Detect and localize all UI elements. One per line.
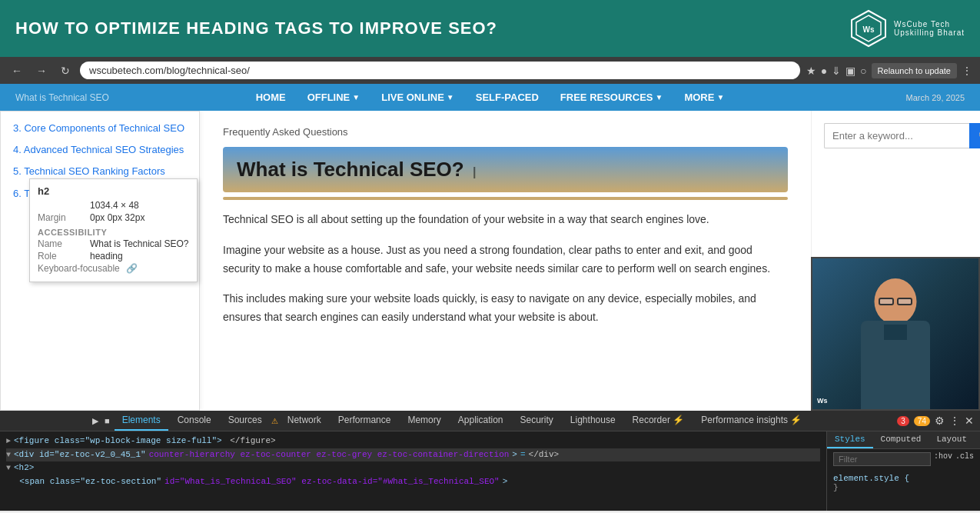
nav-self-paced[interactable]: SELF-PACED — [465, 84, 550, 111]
tooltip-role-label: Role — [38, 251, 84, 261]
styles-panel: Styles Computed Layout Even :hov .cls el… — [826, 431, 980, 511]
devtools-tab-security[interactable]: Security — [513, 411, 561, 431]
logo-text: WsCube Tech Upskilling Bharat — [894, 20, 965, 37]
article-para-2: Imagine your website as a house. Just as… — [223, 242, 788, 278]
article-heading: What is Technical SEO? | — [223, 147, 788, 192]
tooltip-size-label — [38, 200, 84, 211]
devtools-settings-icon[interactable]: ⚙ — [935, 415, 945, 427]
styles-tabs: Styles Computed Layout Even — [827, 431, 980, 449]
devtools-tabs: ▶ ■ Elements Console Sources ⚠ Network P… — [0, 411, 980, 431]
article-para-3: This includes making sure your website l… — [223, 290, 788, 327]
tooltip-margin-row: Margin 0px 0px 32px — [38, 212, 189, 223]
tooltip-name-value: What is Technical SEO? — [90, 238, 189, 249]
warning-badge: 74 — [914, 416, 930, 426]
dt-line-3: ▼ <h2> — [6, 461, 820, 475]
devtools-panel: ▶ ■ Elements Console Sources ⚠ Network P… — [0, 411, 980, 511]
dt-line-4: <span class="ez-toc-section" id="What_is… — [6, 475, 820, 489]
forward-button[interactable]: → — [32, 63, 51, 78]
browser-icons: ★ ● ⇓ ▣ ○ Relaunch to update ⋮ — [806, 63, 972, 78]
article-para-1: Technical SEO is all about setting up th… — [223, 211, 788, 229]
toc-sidebar: 3. Core Components of Technical SEO 4. A… — [0, 111, 200, 411]
toc-item-2[interactable]: 4. Advanced Technical SEO Strategies — [1, 139, 199, 161]
toc-item-1[interactable]: 3. Core Components of Technical SEO — [1, 118, 199, 139]
dt-line-2: ▼ <div id="ez-toc-v2_0_45_1" counter-hie… — [6, 448, 820, 462]
nav-free-resources[interactable]: FREE RESOURCES ▼ — [550, 84, 674, 111]
nav-left-text: What is Technical SEO — [15, 92, 109, 103]
nav-live-online[interactable]: LIVE ONLINE ▼ — [370, 84, 465, 111]
tooltip-name-label: Name — [38, 238, 84, 249]
devtools-tab-elements[interactable]: Elements — [115, 411, 168, 431]
video-thumbnail: Ws — [811, 257, 980, 411]
extensions-icon[interactable]: ● — [821, 65, 827, 77]
tooltip-margin-label: Margin — [38, 212, 84, 223]
nav-offline[interactable]: OFFLINE ▼ — [297, 84, 371, 111]
devtools-error-badges: 3 74 ⚙ ⋮ ✕ — [897, 415, 974, 427]
tooltip-keyboard-icon: 🔗 — [126, 263, 138, 274]
bookmark-icon[interactable]: ★ — [806, 65, 816, 77]
devtools-tab-memory[interactable]: Memory — [400, 411, 448, 431]
tooltip-tag: h2 — [38, 185, 189, 197]
devtools-elements-content: ► <figure class="wp-block-image size-ful… — [0, 431, 826, 511]
devtools-tab-recorder[interactable]: Recorder ⚡ — [625, 411, 693, 431]
tooltip-role-row: Role heading — [38, 251, 189, 261]
styles-cls[interactable]: .cls — [955, 452, 974, 471]
device-icon[interactable]: ▣ — [845, 65, 855, 77]
tooltip-keyboard-label: Keyboard-focusable — [38, 263, 120, 274]
tooltip-accessibility-section: ACCESSIBILITY — [38, 228, 189, 237]
cursor-indicator: | — [473, 165, 476, 178]
devtools-tab-lighthouse[interactable]: Lighthouse — [563, 411, 623, 431]
devtools-tab-console[interactable]: Console — [170, 411, 219, 431]
sidebar-search: 🔍 — [824, 123, 968, 148]
profile-icon[interactable]: ○ — [860, 65, 866, 77]
devtools-tab-perf-insights[interactable]: Performance insights ⚡ — [693, 411, 809, 431]
devtools-tab-network[interactable]: Network — [280, 411, 329, 431]
styles-hov[interactable]: :hov — [934, 452, 952, 471]
devtools-tab-sources[interactable]: Sources — [221, 411, 270, 431]
sidebar-search-input[interactable] — [824, 123, 969, 148]
refresh-button[interactable]: ↻ — [57, 63, 74, 78]
dt-line-1: ► <figure class="wp-block-image size-ful… — [6, 435, 820, 448]
heading-underline — [223, 197, 788, 200]
video-logo-text: Ws — [817, 397, 828, 405]
error-badge: 3 — [897, 416, 909, 426]
url-bar[interactable] — [80, 62, 800, 79]
download-icon[interactable]: ⇓ — [832, 65, 841, 77]
devtools-main: ► <figure class="wp-block-image size-ful… — [0, 431, 980, 511]
menu-icon[interactable]: ⋮ — [962, 65, 972, 77]
styles-tab-computed[interactable]: Computed — [873, 431, 929, 448]
devtools-tab-network-wrap: ⚠ Network — [271, 411, 329, 431]
tooltip-size-row: 1034.4 × 48 — [38, 200, 189, 211]
tooltip-size-value: 1034.4 × 48 — [90, 200, 139, 211]
styles-tab-layout[interactable]: Layout — [929, 431, 975, 448]
article-content: Frequently Asked Questions What is Techn… — [200, 111, 811, 411]
tooltip-role-value: heading — [90, 251, 123, 261]
banner-title: HOW TO OPTIMIZE HEADING TAGS TO IMPROVE … — [15, 18, 497, 38]
styles-tab-styles[interactable]: Styles — [827, 431, 873, 448]
styles-tab-event[interactable]: Even — [975, 431, 980, 448]
styles-filter-row: :hov .cls — [833, 452, 974, 471]
back-button[interactable]: ← — [8, 63, 26, 78]
devtools-tab-application[interactable]: Application — [450, 411, 511, 431]
logo-icon: Ws — [849, 9, 888, 48]
styles-filter-input[interactable] — [833, 452, 931, 466]
tooltip-keyboard-row: Keyboard-focusable 🔗 — [38, 263, 189, 274]
browser-bar: ← → ↻ ★ ● ⇓ ▣ ○ Relaunch to update ⋮ — [0, 57, 980, 84]
video-bg: Ws — [812, 258, 978, 409]
main-area: 3. Core Components of Technical SEO 4. A… — [0, 111, 980, 411]
sidebar-search-button[interactable]: 🔍 — [969, 123, 980, 148]
nav-right: March 29, 2025 — [906, 93, 965, 102]
faq-item: Frequently Asked Questions — [223, 126, 788, 138]
styles-element-style: element.style { — [833, 474, 974, 483]
top-banner: HOW TO OPTIMIZE HEADING TAGS TO IMPROVE … — [0, 0, 980, 57]
tooltip-margin-value: 0px 0px 32px — [90, 212, 145, 223]
styles-block: } — [833, 483, 974, 492]
nav-more[interactable]: MORE ▼ — [673, 84, 735, 111]
nav-home[interactable]: HOME — [245, 84, 297, 111]
logo-area: Ws WsCube Tech Upskilling Bharat — [849, 9, 965, 48]
relaunch-button[interactable]: Relaunch to update — [872, 63, 957, 78]
devtools-close-icon[interactable]: ✕ — [965, 415, 974, 427]
tooltip-name-row: Name What is Technical SEO? — [38, 238, 189, 249]
devtools-controls[interactable]: ▶ ■ — [92, 416, 110, 426]
devtools-tab-performance[interactable]: Performance — [331, 411, 399, 431]
devtools-more-icon[interactable]: ⋮ — [949, 415, 960, 427]
